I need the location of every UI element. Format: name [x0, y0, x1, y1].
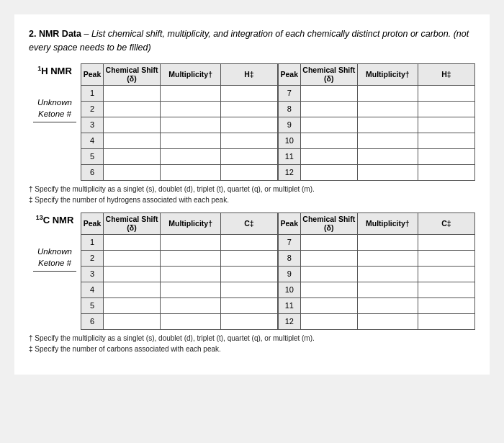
- c-nmr-multiplicity-left-2[interactable]: [161, 250, 221, 266]
- c-nmr-peak-right-4: 10: [278, 282, 301, 297]
- c-nmr-multiplicity-right-2[interactable]: [357, 250, 418, 266]
- h-nmr-col-chemical-right: Chemical Shift (δ): [300, 63, 357, 85]
- h-nmr-multiplicity-left-3[interactable]: [161, 117, 221, 133]
- c-nmr-c-left-2[interactable]: [221, 250, 278, 266]
- h-nmr-outer: 1H NMR Unknown Ketone # Peak Chemical Sh…: [29, 63, 475, 181]
- c-nmr-chemical-right-3[interactable]: [300, 266, 357, 282]
- c-nmr-c-right-5[interactable]: [418, 297, 474, 313]
- h-nmr-col-multiplicity-right: Multiplicity†: [357, 63, 418, 85]
- h-nmr-label: 1H NMR: [37, 65, 72, 76]
- c-nmr-multiplicity-left-4[interactable]: [161, 282, 221, 297]
- h-nmr-multiplicity-left-2[interactable]: [161, 101, 221, 117]
- h-nmr-peak-right-6: 12: [278, 164, 301, 180]
- h-nmr-h-right-1[interactable]: [418, 85, 474, 101]
- c-nmr-chemical-right-1[interactable]: [300, 234, 357, 250]
- c-nmr-table: Peak Chemical Shift (δ) Multiplicity† C‡…: [81, 212, 475, 330]
- c-nmr-c-left-3[interactable]: [221, 266, 278, 282]
- c-nmr-row: 2 8: [81, 250, 475, 266]
- c-nmr-footnote1: † Specify the multiplicity as a singlet …: [29, 333, 475, 344]
- h-nmr-col-chemical-left: Chemical Shift (δ): [104, 63, 161, 85]
- c-nmr-unknown-label: Unknown Ketone #: [33, 246, 76, 274]
- h-nmr-multiplicity-right-4[interactable]: [357, 133, 418, 148]
- c-nmr-multiplicity-left-1[interactable]: [161, 234, 221, 250]
- c-nmr-chemical-right-2[interactable]: [300, 250, 357, 266]
- h-nmr-chemical-left-6[interactable]: [104, 164, 161, 180]
- h-nmr-h-right-6[interactable]: [418, 164, 474, 180]
- h-nmr-chemical-left-5[interactable]: [104, 148, 161, 164]
- h-nmr-chemical-left-2[interactable]: [104, 101, 161, 117]
- c-nmr-c-right-6[interactable]: [418, 313, 474, 329]
- h-nmr-multiplicity-right-5[interactable]: [357, 148, 418, 164]
- c-nmr-chemical-right-5[interactable]: [300, 297, 357, 313]
- c-nmr-c-left-1[interactable]: [221, 234, 278, 250]
- h-nmr-unknown-line1: Unknown: [37, 98, 72, 107]
- h-nmr-multiplicity-left-6[interactable]: [161, 164, 221, 180]
- h-nmr-h-left-6[interactable]: [221, 164, 278, 180]
- h-nmr-h-left-2[interactable]: [221, 101, 278, 117]
- c-nmr-chemical-left-3[interactable]: [104, 266, 161, 282]
- c-nmr-col-multiplicity-left: Multiplicity†: [161, 212, 221, 234]
- c-nmr-peak-right-5: 11: [278, 297, 301, 313]
- c-nmr-peak-left-1: 1: [81, 234, 104, 250]
- h-nmr-col-peak-left: Peak: [81, 63, 104, 85]
- c-nmr-chemical-right-6[interactable]: [300, 313, 357, 329]
- c-nmr-c-left-6[interactable]: [221, 313, 278, 329]
- h-nmr-multiplicity-right-2[interactable]: [357, 101, 418, 117]
- c-nmr-chemical-left-6[interactable]: [104, 313, 161, 329]
- h-nmr-chemical-right-3[interactable]: [300, 117, 357, 133]
- c-nmr-multiplicity-right-4[interactable]: [357, 282, 418, 297]
- c-nmr-multiplicity-right-5[interactable]: [357, 297, 418, 313]
- c-nmr-c-right-3[interactable]: [418, 266, 474, 282]
- h-nmr-multiplicity-left-4[interactable]: [161, 133, 221, 148]
- h-nmr-h-left-4[interactable]: [221, 133, 278, 148]
- c-nmr-multiplicity-left-5[interactable]: [161, 297, 221, 313]
- h-nmr-label-text: H NMR: [41, 66, 72, 76]
- h-nmr-h-right-3[interactable]: [418, 117, 474, 133]
- h-nmr-chemical-right-4[interactable]: [300, 133, 357, 148]
- c-nmr-peak-right-2: 8: [278, 250, 301, 266]
- h-nmr-multiplicity-right-6[interactable]: [357, 164, 418, 180]
- c-nmr-c-right-4[interactable]: [418, 282, 474, 297]
- c-nmr-multiplicity-right-3[interactable]: [357, 266, 418, 282]
- h-nmr-h-left-3[interactable]: [221, 117, 278, 133]
- h-nmr-chemical-right-6[interactable]: [300, 164, 357, 180]
- c-nmr-row: 1 7: [81, 234, 475, 250]
- h-nmr-h-left-5[interactable]: [221, 148, 278, 164]
- c-nmr-row: 5 11: [81, 297, 475, 313]
- c-nmr-chemical-left-1[interactable]: [104, 234, 161, 250]
- h-nmr-multiplicity-left-1[interactable]: [161, 85, 221, 101]
- c-nmr-chemical-left-2[interactable]: [104, 250, 161, 266]
- c-nmr-c-left-4[interactable]: [221, 282, 278, 297]
- h-nmr-h-right-2[interactable]: [418, 101, 474, 117]
- c-nmr-c-right-2[interactable]: [418, 250, 474, 266]
- h-nmr-peak-left-3: 3: [81, 117, 104, 133]
- h-nmr-chemical-right-2[interactable]: [300, 101, 357, 117]
- h-nmr-peak-right-4: 10: [278, 133, 301, 148]
- h-nmr-chemical-left-4[interactable]: [104, 133, 161, 148]
- h-nmr-chemical-right-1[interactable]: [300, 85, 357, 101]
- c-nmr-peak-right-1: 7: [278, 234, 301, 250]
- c-nmr-multiplicity-right-1[interactable]: [357, 234, 418, 250]
- c-nmr-c-left-5[interactable]: [221, 297, 278, 313]
- c-nmr-chemical-right-4[interactable]: [300, 282, 357, 297]
- c-nmr-c-right-1[interactable]: [418, 234, 474, 250]
- h-nmr-h-right-4[interactable]: [418, 133, 474, 148]
- h-nmr-chemical-left-1[interactable]: [104, 85, 161, 101]
- c-nmr-col-multiplicity-right: Multiplicity†: [357, 212, 418, 234]
- c-nmr-multiplicity-right-6[interactable]: [357, 313, 418, 329]
- h-nmr-h-right-5[interactable]: [418, 148, 474, 164]
- c-nmr-multiplicity-left-3[interactable]: [161, 266, 221, 282]
- c-nmr-col-chemical-left: Chemical Shift (δ): [104, 212, 161, 234]
- h-nmr-multiplicity-right-3[interactable]: [357, 117, 418, 133]
- c-nmr-chemical-left-4[interactable]: [104, 282, 161, 297]
- h-nmr-multiplicity-left-5[interactable]: [161, 148, 221, 164]
- c-nmr-multiplicity-left-6[interactable]: [161, 313, 221, 329]
- h-nmr-row: 5 11: [81, 148, 475, 164]
- h-nmr-h-left-1[interactable]: [221, 85, 278, 101]
- h-nmr-multiplicity-right-1[interactable]: [357, 85, 418, 101]
- c-nmr-peak-left-2: 2: [81, 250, 104, 266]
- h-nmr-chemical-right-5[interactable]: [300, 148, 357, 164]
- h-nmr-chemical-left-3[interactable]: [104, 117, 161, 133]
- c-nmr-col-peak-left: Peak: [81, 212, 104, 234]
- c-nmr-chemical-left-5[interactable]: [104, 297, 161, 313]
